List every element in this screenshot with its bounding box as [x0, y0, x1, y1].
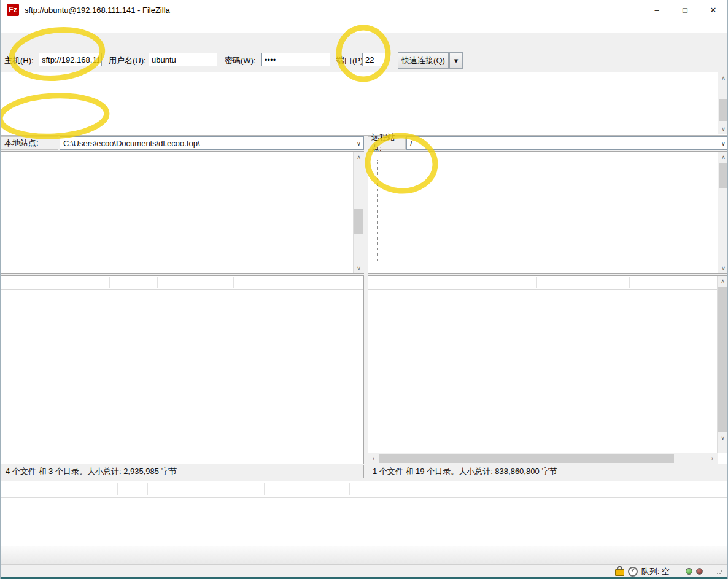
username-input[interactable]	[149, 53, 217, 66]
remote-site-path: /	[410, 139, 412, 148]
column-divider[interactable]	[536, 277, 537, 288]
remote-list-hscrollbar-thumb[interactable]	[379, 454, 674, 463]
column-divider[interactable]	[583, 277, 583, 288]
filezilla-window: Fz sftp://ubuntu@192.168.111.141 - FileZ…	[0, 0, 728, 579]
column-divider[interactable]	[157, 277, 158, 288]
column-divider	[349, 483, 350, 495]
queue-size-label: 队列: 空	[641, 566, 670, 577]
chevron-down-icon[interactable]: ∨	[357, 140, 361, 147]
remote-tree-scrollbar[interactable]: ∧ ∨	[718, 152, 728, 273]
column-divider[interactable]	[109, 277, 110, 288]
column-divider[interactable]	[629, 277, 630, 288]
column-divider[interactable]	[306, 277, 306, 288]
resize-grip[interactable]	[716, 569, 722, 575]
tree-guide-line	[69, 152, 69, 268]
queue-header	[1, 481, 727, 498]
remote-list-scrollbar-thumb[interactable]	[718, 287, 727, 433]
close-button[interactable]: ✕	[699, 0, 727, 20]
column-divider	[438, 483, 438, 495]
statusbar-right: 队列: 空	[615, 565, 722, 578]
local-site-label: 本地站点:	[1, 136, 58, 150]
column-divider	[312, 483, 312, 495]
scroll-down-icon[interactable]: ∨	[718, 123, 728, 134]
remote-dir-status: 1 个文件 和 19 个目录。大小总计: 838,860,800 字节	[368, 465, 728, 478]
log-scrollbar-thumb[interactable]	[719, 99, 728, 121]
log-scrollbar[interactable]: ∧ ∨	[718, 72, 728, 134]
password-input[interactable]	[261, 53, 330, 66]
maximize-button[interactable]: □	[671, 0, 699, 20]
local-site-combobox[interactable]: C:\Users\ecoo\Documents\dl.ecoo.top\ ∨	[60, 136, 364, 150]
minimize-button[interactable]: –	[643, 0, 671, 20]
scroll-up-icon[interactable]: ∧	[718, 72, 728, 83]
local-file-list	[1, 275, 364, 464]
column-divider[interactable]	[233, 277, 234, 288]
local-file-list-header	[1, 276, 363, 290]
username-label: 用户名(U):	[109, 55, 146, 66]
remote-tree-scrollbar-thumb[interactable]	[719, 163, 728, 188]
password-label: 密码(W):	[225, 55, 256, 66]
message-log	[1, 72, 727, 136]
quickconnect-bar: 主机(H): 用户名(U): 密码(W): 端口(P): 快速连接(Q) ▾	[1, 50, 727, 72]
local-site-path: C:\Users\ecoo\Documents\dl.ecoo.top\	[63, 139, 200, 148]
scroll-up-icon[interactable]: ∧	[718, 152, 728, 162]
lock-icon	[615, 569, 624, 576]
scroll-down-icon[interactable]: ∨	[718, 432, 728, 443]
port-input[interactable]	[362, 53, 389, 66]
toolbar	[1, 33, 727, 50]
remote-tree-pane	[368, 151, 728, 274]
remote-site-combobox[interactable]: / ∨	[406, 136, 728, 150]
remote-list-hscrollbar[interactable]: ‹ ›	[368, 453, 718, 464]
speed-limit-icon	[628, 567, 638, 577]
column-divider	[117, 483, 118, 495]
port-label: 端口(P):	[336, 55, 365, 66]
scroll-down-icon[interactable]: ∨	[354, 263, 364, 273]
status-bar: 队列: 空	[1, 564, 727, 578]
host-label: 主机(H):	[4, 55, 34, 66]
scroll-down-icon[interactable]: ∨	[718, 263, 728, 273]
remote-file-list: ∧ ∨ ‹ ›	[368, 275, 728, 464]
activity-led-red-icon	[696, 568, 703, 575]
tree-guide-line	[377, 160, 378, 262]
scroll-up-icon[interactable]: ∧	[354, 152, 364, 162]
title-bar: Fz sftp://ubuntu@192.168.111.141 - FileZ…	[1, 0, 727, 20]
filezilla-logo-icon: Fz	[7, 4, 19, 16]
local-tree-pane	[1, 151, 364, 274]
queue-tab-strip	[1, 546, 727, 565]
local-dir-status: 4 个文件 和 3 个目录。大小总计: 2,935,985 字节	[1, 465, 364, 478]
remote-list-scrollbar[interactable]: ∧ ∨	[717, 276, 728, 453]
remote-site-label: 远程站点:	[368, 136, 406, 150]
quickconnect-dropdown-button[interactable]: ▾	[449, 52, 463, 69]
menu-bar	[1, 20, 727, 33]
local-file-rows	[1, 289, 363, 464]
window-controls: – □ ✕	[643, 0, 727, 20]
remote-file-list-header	[368, 276, 728, 290]
scroll-left-icon[interactable]: ‹	[368, 453, 379, 464]
transfer-queue-panel	[1, 481, 727, 546]
host-input[interactable]	[39, 53, 102, 66]
quickconnect-button[interactable]: 快速连接(Q)	[398, 52, 449, 69]
activity-led-green-icon	[686, 568, 692, 575]
column-divider[interactable]	[695, 277, 695, 288]
column-divider	[264, 483, 265, 495]
chevron-down-icon[interactable]: ∨	[721, 140, 726, 147]
scroll-up-icon[interactable]: ∧	[718, 276, 728, 286]
local-tree-scrollbar-thumb[interactable]	[354, 209, 363, 234]
column-divider	[147, 483, 148, 495]
scroll-right-icon[interactable]: ›	[707, 453, 718, 464]
local-tree-scrollbar[interactable]: ∧ ∨	[353, 152, 364, 273]
window-title: sftp://ubuntu@192.168.111.141 - FileZill…	[25, 6, 170, 15]
remote-file-rows	[368, 289, 718, 453]
